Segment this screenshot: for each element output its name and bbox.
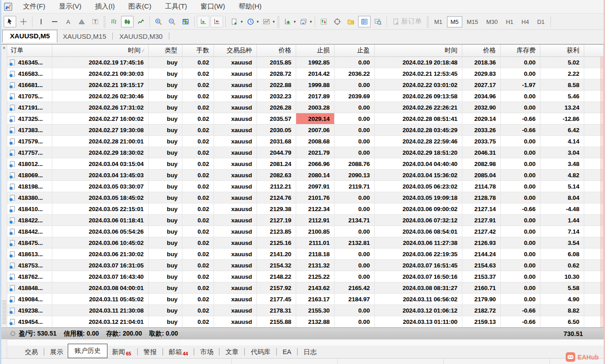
periods-icon[interactable] [244, 16, 257, 28]
history-row[interactable]: 418012...2024.03.04 03:15:04buy0.02xauus… [7, 158, 604, 170]
chart-tab[interactable]: XAUUSD,M15 [57, 31, 112, 42]
dropdown-arrow-icon[interactable]: ▾ [241, 19, 243, 24]
templates-icon[interactable] [260, 16, 273, 28]
dropdown-arrow-icon[interactable]: ▾ [294, 19, 296, 24]
history-row[interactable]: 418613...2024.03.06 21:30:02buy0.02xauus… [7, 249, 604, 260]
column-header-close-price[interactable]: 价格 [462, 45, 501, 56]
history-row[interactable]: 418475...2024.03.06 10:45:02buy0.02xauus… [7, 237, 604, 249]
market-watch-icon[interactable] [358, 16, 371, 28]
zoom-in-icon[interactable] [152, 16, 165, 28]
order-document-icon [10, 296, 15, 302]
terminal-tab[interactable]: EA [278, 347, 296, 357]
favorites-icon[interactable] [344, 16, 357, 28]
expert-advisors-icon[interactable] [317, 16, 330, 28]
column-header-lots[interactable]: 手数 [182, 45, 214, 56]
crosshair-icon[interactable] [17, 16, 30, 28]
cell-tp: 0.00 [335, 79, 375, 90]
timeframe-button-h4[interactable]: H4 [518, 16, 533, 28]
text-icon[interactable]: A [62, 16, 74, 28]
candlestick-chart-icon[interactable] [121, 16, 134, 28]
history-row[interactable]: 419454...2024.03.12 21:04:01buy0.02xauus… [7, 316, 604, 327]
terminal-tab[interactable]: 日志 [299, 346, 321, 358]
terminal-tab[interactable]: 邮箱44 [164, 346, 193, 358]
history-row[interactable]: 417579...2024.02.28 21:00:01buy0.02xauus… [7, 136, 604, 147]
menu-item[interactable]: 文件(F) [17, 0, 51, 13]
menu-item[interactable]: 窗口(W) [194, 0, 231, 13]
menu-item[interactable]: 图表(C) [122, 0, 158, 13]
dropdown-arrow-icon[interactable]: ▾ [310, 19, 312, 24]
history-row[interactable]: 417757...2024.02.29 18:30:02buy0.02xauus… [7, 147, 604, 158]
menu-item[interactable]: 帮助(H) [232, 0, 268, 13]
close-icon[interactable]: × [3, 45, 5, 51]
history-row[interactable]: 418069...2024.03.04 13:45:03buy0.02xauus… [7, 170, 604, 181]
cell-open-price: 2026.28 [257, 102, 296, 113]
timeframe-button-m15[interactable]: M15 [463, 16, 482, 28]
terminal-tab[interactable]: 警报 [139, 346, 161, 358]
history-row[interactable]: 418848...2024.03.08 04:00:01buy0.02xauus… [7, 282, 604, 294]
timeframe-button-h1[interactable]: H1 [502, 16, 517, 28]
history-row[interactable]: 417325...2024.02.27 16:00:02buy0.02xauus… [7, 113, 604, 124]
history-row[interactable]: 417075...2024.02.26 02:30:46buy0.02xauus… [7, 91, 604, 102]
strategy-tester-icon[interactable] [372, 16, 384, 28]
column-header-symbol[interactable]: 交易品种 [214, 45, 257, 56]
horizontal-line-icon[interactable] [48, 16, 61, 28]
timeframe-button-m30[interactable]: M30 [483, 16, 501, 28]
vertical-line-icon[interactable] [35, 16, 47, 28]
history-row[interactable]: 416583...2024.02.21 09:30:03buy0.02xauus… [7, 68, 604, 79]
timeframe-button-m5[interactable]: M5 [447, 16, 462, 28]
bar-chart-icon[interactable] [107, 16, 120, 28]
timeframe-button-m1[interactable]: M1 [431, 16, 446, 28]
history-row[interactable]: 416345...2024.02.19 17:45:16buy0.02xauus… [7, 57, 604, 68]
column-header-profit[interactable]: 获利 [540, 45, 584, 56]
history-row[interactable]: 418762...2024.03.07 16:43:40buy0.02xauus… [7, 271, 604, 282]
menu-item[interactable]: 显示(V) [52, 0, 88, 13]
menu-item[interactable]: 插入(I) [88, 0, 121, 13]
drag-grip[interactable] [2, 300, 6, 324]
new-order-button[interactable]: 新订单 [389, 16, 425, 28]
terminal-tab[interactable]: 交易 [20, 346, 42, 358]
column-header-type[interactable]: 类型 [149, 45, 182, 56]
history-row[interactable]: 416681...2024.02.21 19:15:17buy0.02xauus… [7, 79, 604, 91]
add-indicator-icon[interactable] [281, 16, 294, 28]
dropdown-arrow-icon[interactable]: ▾ [257, 19, 259, 24]
column-header-swap[interactable]: 库存费 [501, 45, 540, 56]
history-row[interactable]: 418442...2024.03.06 05:54:26buy0.02xauus… [7, 226, 604, 237]
line-chart-icon[interactable] [135, 16, 147, 28]
column-header-open-time[interactable]: 时间∕ [52, 45, 149, 56]
history-row[interactable]: 418380...2024.03.05 18:45:02buy0.02xauus… [7, 192, 604, 203]
timeframe-button-d1[interactable]: D1 [534, 16, 549, 28]
chart-shift-icon[interactable] [210, 16, 223, 28]
text-label-icon[interactable]: T [89, 16, 102, 28]
menu-item[interactable]: 工具(T) [158, 0, 193, 13]
column-header-tp[interactable]: 止盈 [335, 45, 375, 56]
dropdown-arrow-icon[interactable]: ▾ [273, 19, 275, 24]
column-header-sl[interactable]: 止损 [296, 45, 335, 56]
zoom-out-icon[interactable] [166, 16, 178, 28]
column-header-order[interactable]: 订单 [7, 45, 52, 56]
new-chart-icon[interactable] [228, 16, 241, 28]
terminal-tab[interactable]: 新闻65 [107, 346, 136, 358]
terminal-tab[interactable]: 账户历史 [68, 344, 107, 358]
terminal-tab[interactable]: 代码库 [246, 346, 275, 358]
terminal-tab[interactable]: 展示 [46, 346, 68, 358]
chart-windows-icon[interactable] [297, 16, 310, 28]
chart-tab[interactable]: XAUUSD,M5 [2, 30, 57, 42]
history-row[interactable]: 418753...2024.03.07 16:31:05buy0.02xauus… [7, 260, 604, 271]
history-row[interactable]: 418198...2024.03.05 03:30:07buy0.02xauus… [7, 181, 604, 192]
history-row[interactable]: 417383...2024.02.27 19:30:08buy0.02xauus… [7, 124, 604, 136]
terminal-tab[interactable]: 文章 [221, 346, 243, 358]
history-row[interactable]: 418422...2024.03.06 01:18:41buy0.02xauus… [7, 215, 604, 226]
history-row[interactable]: 418410...2024.03.05 22:15:01buy0.02xauus… [7, 203, 604, 215]
target-icon[interactable] [331, 16, 344, 28]
chart-tab[interactable]: XAUUSD,M30 [114, 31, 168, 42]
history-row[interactable]: 417191...2024.02.26 17:31:02buy0.02xauus… [7, 102, 604, 113]
cursor-icon[interactable] [4, 16, 16, 28]
terminal-tab[interactable]: 市场 [195, 346, 218, 358]
history-row[interactable]: 419084...2024.03.11 05:45:02buy0.02xauus… [7, 294, 604, 305]
auto-scroll-icon[interactable] [197, 16, 209, 28]
column-header-close-time[interactable]: 时间 [375, 45, 462, 56]
shapes-icon[interactable] [75, 16, 88, 28]
tile-windows-icon[interactable] [179, 16, 192, 28]
history-row[interactable]: 419238...2024.03.11 21:30:08buy0.02xauus… [7, 305, 604, 316]
column-header-open-price[interactable]: 价格 [257, 45, 296, 56]
